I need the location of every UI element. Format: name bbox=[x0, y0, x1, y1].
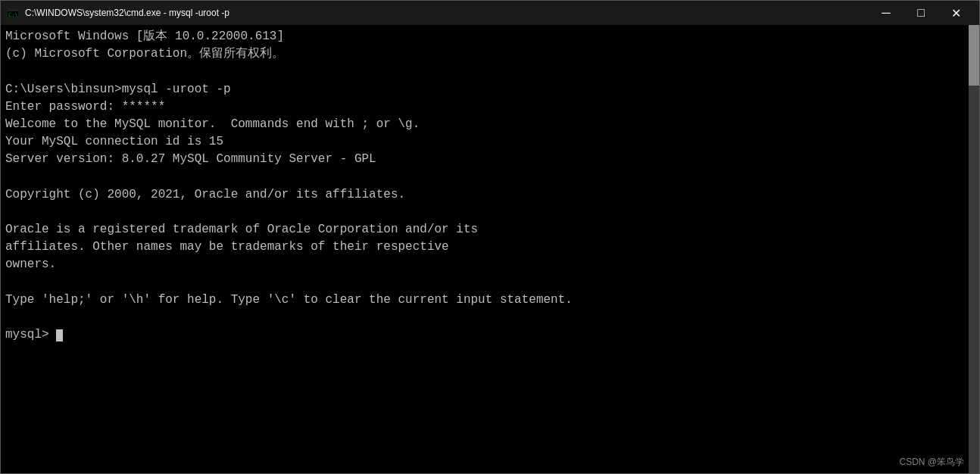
close-button[interactable]: ✕ bbox=[938, 1, 973, 25]
minimize-button[interactable]: ─ bbox=[869, 1, 904, 25]
terminal-line: Server version: 8.0.27 MySQL Community S… bbox=[5, 151, 975, 168]
terminal-line: Copyright (c) 2000, 2021, Oracle and/or … bbox=[5, 186, 975, 204]
svg-text:C:\: C:\ bbox=[8, 12, 18, 18]
terminal-line: Your MySQL connection id is 15 bbox=[5, 133, 975, 151]
watermark: CSDN @笨鸟学 bbox=[899, 456, 964, 469]
terminal-line: Oracle is a registered trademark of Orac… bbox=[5, 221, 975, 239]
terminal-line: owners. bbox=[5, 256, 975, 273]
terminal-line: (c) Microsoft Corporation。保留所有权利。 bbox=[5, 45, 975, 63]
terminal-line-empty bbox=[5, 63, 975, 80]
terminal-line-empty bbox=[5, 309, 975, 326]
window-controls: ─ □ ✕ bbox=[869, 1, 973, 25]
terminal-line: Microsoft Windows [版本 10.0.22000.613] bbox=[5, 28, 975, 45]
title-bar: C:\ C:\WINDOWS\system32\cmd.exe - mysql … bbox=[1, 1, 979, 25]
svg-rect-2 bbox=[8, 9, 18, 11]
maximize-button[interactable]: □ bbox=[904, 1, 938, 25]
terminal-line: affiliates. Other names may be trademark… bbox=[5, 239, 975, 256]
cmd-window: C:\ C:\WINDOWS\system32\cmd.exe - mysql … bbox=[0, 0, 980, 474]
terminal-line-empty bbox=[5, 204, 975, 221]
terminal-line-empty bbox=[5, 169, 975, 186]
scrollbar-thumb[interactable] bbox=[969, 25, 979, 86]
scrollbar[interactable] bbox=[969, 25, 979, 473]
terminal-line: Welcome to the MySQL monitor. Commands e… bbox=[5, 116, 975, 133]
terminal-body[interactable]: Microsoft Windows [版本 10.0.22000.613] (c… bbox=[1, 25, 979, 473]
terminal-line: Type 'help;' or '\h' for help. Type '\c'… bbox=[5, 292, 975, 309]
terminal-prompt-line: mysql> bbox=[5, 326, 975, 344]
terminal-cursor bbox=[56, 329, 63, 341]
terminal-line-password: Enter password: ****** bbox=[5, 98, 975, 116]
terminal-output: Microsoft Windows [版本 10.0.22000.613] (c… bbox=[5, 28, 975, 344]
password-stars: ****** bbox=[122, 100, 166, 114]
window-title: C:\WINDOWS\system32\cmd.exe - mysql -uro… bbox=[25, 8, 869, 18]
terminal-line-empty bbox=[5, 274, 975, 292]
terminal-line: C:\Users\binsun>mysql -uroot -p bbox=[5, 81, 975, 98]
cmd-icon: C:\ bbox=[7, 7, 19, 19]
